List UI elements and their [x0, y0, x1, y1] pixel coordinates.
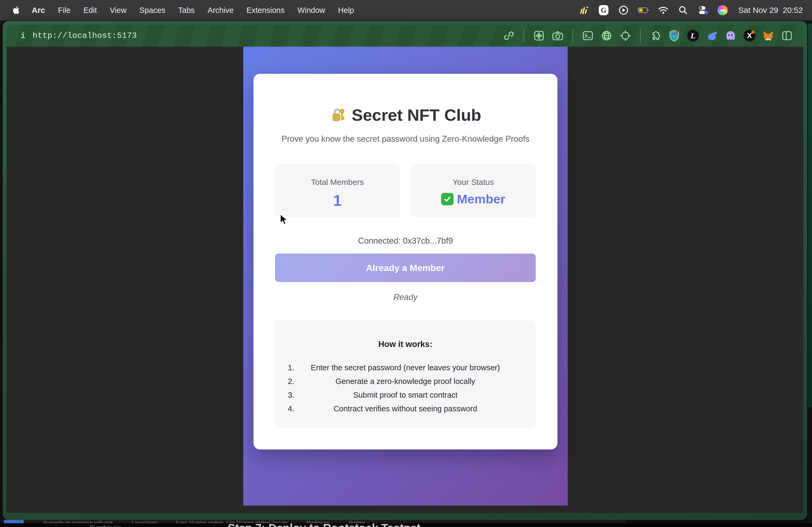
background-tab-symbiosis: Symbiosis: [89, 524, 121, 527]
menu-item-arc[interactable]: Arc: [25, 0, 52, 20]
waveform-chart-icon[interactable]: [578, 5, 589, 16]
toolbar-divider: [640, 28, 641, 43]
x-badge-icon[interactable]: X: [743, 30, 756, 42]
lock-emoji-icon: [330, 107, 346, 123]
stat-total-members: Total Members 1: [275, 164, 400, 217]
wifi-icon[interactable]: [658, 5, 669, 16]
siri-rainbow-icon[interactable]: [717, 5, 728, 15]
camera-icon[interactable]: [552, 30, 564, 42]
check-emoji-icon: [441, 193, 453, 205]
background-window-bottom[interactable]: Symbiosis Step 7: Deploy to Rootstock Te…: [0, 523, 812, 527]
stat-label: Your Status: [411, 178, 536, 187]
url-bar[interactable]: i http://localhost:5173: [6, 31, 137, 41]
extensions-puzzle-icon[interactable]: [649, 30, 662, 42]
how-it-works-heading: How it works:: [275, 340, 536, 349]
crosshair-icon[interactable]: [619, 30, 632, 42]
menu-item-tabs[interactable]: Tabs: [172, 0, 201, 20]
split-view-icon[interactable]: [781, 30, 793, 42]
tab-divider: [214, 524, 215, 527]
picture-picker-icon[interactable]: [533, 30, 545, 42]
battery-icon[interactable]: [638, 5, 649, 16]
menu-item-window[interactable]: Window: [291, 0, 332, 20]
copy-link-icon[interactable]: [503, 30, 515, 42]
page-subtitle: Prove you know the secret password using…: [253, 134, 557, 144]
rabby-wallet-icon[interactable]: [706, 30, 718, 42]
tab-divider: [56, 524, 56, 527]
menu-item-spaces[interactable]: Spaces: [133, 0, 172, 20]
background-window-edge: [808, 24, 812, 407]
toolbar-divider: [572, 28, 573, 43]
stat-label: Total Members: [275, 178, 400, 187]
toolbar-divider: [524, 28, 524, 43]
menu-item-file[interactable]: File: [52, 0, 77, 20]
how-step-3: 3. Submit proof to smart contract: [275, 388, 536, 402]
menu-item-archive[interactable]: Archive: [201, 0, 240, 20]
stat-value: Member: [457, 192, 505, 206]
background-doc-title: Step 7: Deploy to Rootstock Testnet: [228, 522, 420, 527]
stat-value: 1: [275, 192, 400, 209]
menu-item-help[interactable]: Help: [332, 0, 361, 20]
globe-icon[interactable]: [600, 30, 613, 42]
menu-item-extensions[interactable]: Extensions: [240, 0, 291, 20]
apple-logo-icon[interactable]: [12, 5, 21, 16]
how-step-4: 4. Contract verifies without seeing pass…: [275, 402, 536, 416]
secret-nft-club-card: Secret NFT Club Prove you know the secre…: [253, 74, 557, 450]
how-it-works-box: How it works: 1. Enter the secret passwo…: [275, 320, 536, 428]
browser-viewport: Secret NFT Club Prove you know the secre…: [6, 47, 803, 513]
mouse-cursor: [279, 214, 291, 226]
already-member-button[interactable]: Already a Member: [275, 254, 536, 282]
status-text: Ready: [253, 292, 557, 302]
how-step-2: 2. Generate a zero-knowledge proof local…: [275, 375, 536, 388]
menu-item-view[interactable]: View: [103, 0, 133, 20]
play-circle-icon[interactable]: [618, 5, 629, 16]
info-icon[interactable]: i: [20, 31, 26, 41]
grammarly-icon[interactable]: G: [598, 5, 609, 16]
browser-window: i http://localhost:5173: [3, 21, 807, 520]
metamask-fox-icon[interactable]: [762, 30, 774, 42]
loom-badge-icon[interactable]: L: [687, 30, 699, 42]
url-text[interactable]: http://localhost:5173: [32, 31, 137, 40]
webpage-background: Secret NFT Club Prove you know the secre…: [243, 47, 568, 506]
connected-address: Connected: 0x37cb...7bf9: [253, 236, 557, 246]
control-center-icon[interactable]: [698, 5, 708, 16]
terminal-icon[interactable]: [582, 30, 594, 42]
how-step-1: 1. Enter the secret password (never leav…: [275, 361, 536, 375]
browser-toolbar: i http://localhost:5173: [6, 25, 803, 47]
page-title: Secret NFT Club: [253, 105, 557, 124]
menubar-clock[interactable]: Sat Nov 29 20:52: [738, 6, 803, 15]
menubar: Arc File Edit View Spaces Tabs Archive E…: [0, 0, 812, 20]
phantom-wallet-icon[interactable]: [724, 30, 737, 42]
stat-your-status: Your Status Member: [411, 164, 536, 217]
spotlight-search-icon[interactable]: [678, 5, 688, 16]
privacy-shield-icon[interactable]: [668, 30, 680, 42]
menu-item-edit[interactable]: Edit: [77, 0, 103, 20]
